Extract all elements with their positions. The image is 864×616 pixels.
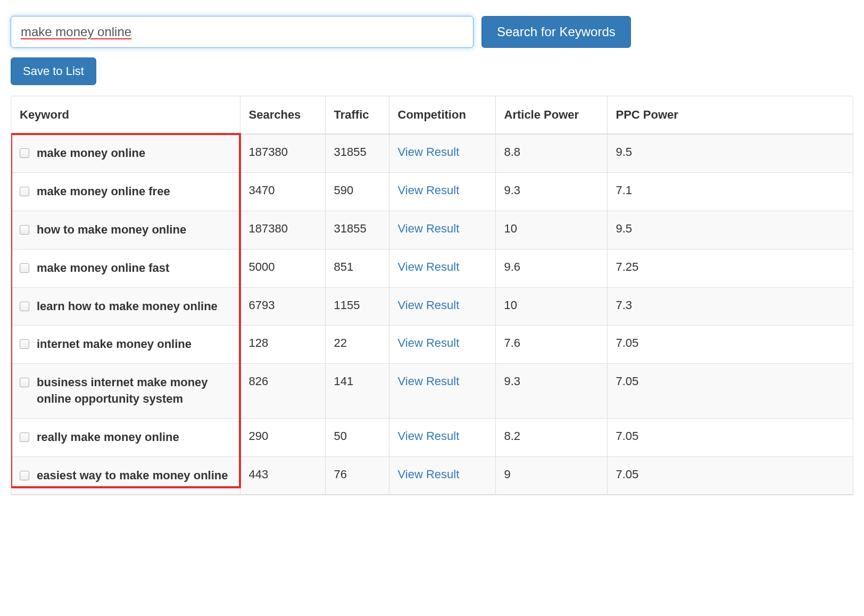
competition-cell: View Result bbox=[389, 418, 495, 456]
ppc-power-cell: 9.5 bbox=[607, 134, 853, 172]
ppc-power-cell: 7.05 bbox=[607, 418, 853, 456]
traffic-cell: 31855 bbox=[325, 134, 389, 172]
traffic-cell: 1155 bbox=[325, 287, 389, 326]
searches-cell: 826 bbox=[240, 364, 325, 419]
keyword-results-table: Keyword Searches Traffic Competition Art… bbox=[11, 96, 853, 495]
traffic-cell: 31855 bbox=[325, 211, 389, 249]
keyword-text: really make money online bbox=[37, 429, 179, 446]
row-checkbox[interactable] bbox=[20, 187, 29, 196]
competition-cell: View Result bbox=[389, 249, 495, 287]
ppc-power-cell: 7.3 bbox=[607, 287, 853, 326]
column-header-searches[interactable]: Searches bbox=[240, 96, 325, 134]
competition-cell: View Result bbox=[389, 287, 495, 326]
keyword-text: learn how to make money online bbox=[37, 298, 218, 315]
searches-cell: 6793 bbox=[240, 287, 325, 326]
save-to-list-button[interactable]: Save to List bbox=[11, 57, 96, 85]
row-checkbox[interactable] bbox=[20, 302, 29, 311]
searches-cell: 187380 bbox=[240, 134, 325, 172]
row-checkbox[interactable] bbox=[20, 148, 29, 158]
competition-cell: View Result bbox=[389, 211, 495, 249]
results-table-container: Keyword Searches Traffic Competition Art… bbox=[11, 96, 853, 495]
traffic-cell: 851 bbox=[325, 249, 389, 287]
keyword-text: how to make money online bbox=[37, 222, 186, 238]
row-checkbox[interactable] bbox=[20, 471, 29, 480]
view-result-link[interactable]: View Result bbox=[398, 468, 460, 481]
competition-cell: View Result bbox=[389, 173, 495, 211]
article-power-cell: 9 bbox=[495, 456, 607, 495]
searches-cell: 290 bbox=[240, 418, 325, 456]
searches-cell: 5000 bbox=[240, 249, 325, 287]
column-header-keyword[interactable]: Keyword bbox=[11, 96, 240, 134]
article-power-cell: 9.3 bbox=[495, 364, 607, 419]
row-checkbox[interactable] bbox=[20, 378, 29, 387]
searches-cell: 187380 bbox=[240, 211, 325, 249]
competition-cell: View Result bbox=[389, 364, 495, 419]
traffic-cell: 590 bbox=[325, 173, 389, 211]
table-row: learn how to make money online67931155Vi… bbox=[11, 287, 853, 326]
view-result-link[interactable]: View Result bbox=[398, 298, 460, 312]
article-power-cell: 8.8 bbox=[495, 134, 607, 172]
competition-cell: View Result bbox=[389, 326, 495, 364]
traffic-cell: 50 bbox=[325, 418, 389, 456]
keyword-text: make money online bbox=[37, 145, 145, 162]
ppc-power-cell: 7.1 bbox=[607, 173, 853, 211]
ppc-power-cell: 7.25 bbox=[607, 249, 853, 287]
competition-cell: View Result bbox=[389, 134, 495, 172]
keyword-cell: make money online free bbox=[11, 173, 240, 211]
keyword-cell: make money online bbox=[11, 134, 240, 172]
article-power-cell: 10 bbox=[495, 287, 607, 326]
keyword-cell: make money online fast bbox=[11, 249, 240, 287]
table-row: make money online18738031855View Result8… bbox=[11, 134, 853, 172]
searches-cell: 3470 bbox=[240, 173, 325, 211]
view-result-link[interactable]: View Result bbox=[398, 222, 460, 235]
competition-cell: View Result bbox=[389, 456, 495, 495]
ppc-power-cell: 7.05 bbox=[607, 326, 853, 364]
view-result-link[interactable]: View Result bbox=[398, 184, 460, 197]
article-power-cell: 10 bbox=[495, 211, 607, 249]
view-result-link[interactable]: View Result bbox=[398, 374, 460, 388]
table-row: internet make money online12822View Resu… bbox=[11, 326, 853, 364]
ppc-power-cell: 7.05 bbox=[607, 364, 853, 419]
column-header-competition[interactable]: Competition bbox=[389, 96, 495, 134]
view-result-link[interactable]: View Result bbox=[398, 336, 460, 349]
keyword-text: business internet make money online oppo… bbox=[37, 374, 231, 407]
column-header-ppc-power[interactable]: PPC Power bbox=[607, 96, 853, 134]
column-header-traffic[interactable]: Traffic bbox=[325, 96, 389, 134]
searches-cell: 128 bbox=[240, 326, 325, 364]
column-header-article-power[interactable]: Article Power bbox=[495, 96, 607, 134]
article-power-cell: 8.2 bbox=[495, 418, 607, 456]
view-result-link[interactable]: View Result bbox=[398, 260, 460, 273]
keyword-cell: really make money online bbox=[11, 418, 240, 456]
view-result-link[interactable]: View Result bbox=[398, 429, 460, 443]
searches-cell: 443 bbox=[240, 456, 325, 495]
keyword-text: make money online free bbox=[37, 184, 170, 200]
keyword-cell: easiest way to make money online bbox=[11, 456, 240, 495]
table-row: make money online free3470590View Result… bbox=[11, 173, 853, 211]
keyword-cell: internet make money online bbox=[11, 326, 240, 364]
keyword-search-input[interactable] bbox=[11, 16, 473, 48]
row-checkbox[interactable] bbox=[20, 263, 29, 273]
view-result-link[interactable]: View Result bbox=[398, 145, 460, 159]
table-row: easiest way to make money online44376Vie… bbox=[11, 456, 853, 495]
traffic-cell: 76 bbox=[325, 456, 389, 495]
article-power-cell: 9.3 bbox=[495, 173, 607, 211]
keyword-text: make money online fast bbox=[37, 260, 169, 277]
article-power-cell: 7.6 bbox=[495, 326, 607, 364]
row-checkbox[interactable] bbox=[20, 339, 29, 349]
article-power-cell: 9.6 bbox=[495, 249, 607, 287]
table-row: really make money online29050View Result… bbox=[11, 418, 853, 456]
keyword-cell: business internet make money online oppo… bbox=[11, 364, 240, 419]
table-row: make money online fast5000851View Result… bbox=[11, 249, 853, 287]
keyword-text: internet make money online bbox=[37, 336, 192, 353]
table-row: how to make money online18738031855View … bbox=[11, 211, 853, 249]
ppc-power-cell: 7.05 bbox=[607, 456, 853, 495]
traffic-cell: 22 bbox=[325, 326, 389, 364]
keyword-cell: how to make money online bbox=[11, 211, 240, 249]
ppc-power-cell: 9.5 bbox=[607, 211, 853, 249]
keyword-text: easiest way to make money online bbox=[37, 468, 228, 484]
row-checkbox[interactable] bbox=[20, 432, 29, 442]
search-button[interactable]: Search for Keywords bbox=[481, 16, 631, 48]
keyword-cell: learn how to make money online bbox=[11, 287, 240, 326]
table-row: business internet make money online oppo… bbox=[11, 364, 853, 419]
row-checkbox[interactable] bbox=[20, 225, 29, 235]
